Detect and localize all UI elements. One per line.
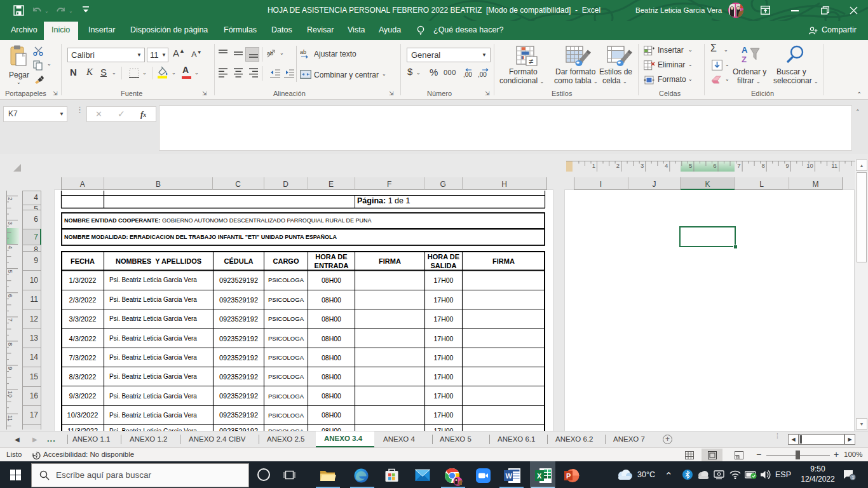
svg-text:,00: ,00 [463,71,472,78]
svg-text:X: X [537,472,542,480]
svg-text:ab: ab [300,49,306,55]
svg-text:ab: ab [267,50,273,57]
svg-text:≠: ≠ [529,57,533,66]
svg-text:1: 1 [851,475,854,480]
svg-text:P: P [566,472,571,480]
svg-text:W: W [506,472,513,480]
svg-text:Z: Z [742,55,747,64]
svg-text:,00: ,00 [478,71,487,78]
svg-text:A: A [742,45,748,55]
